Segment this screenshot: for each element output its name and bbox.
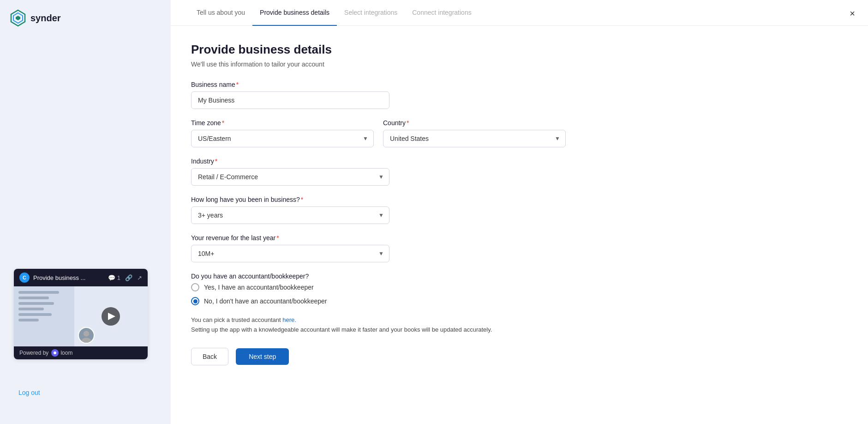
tab-select-integrations: Select integrations	[337, 0, 405, 26]
logo-area: synder	[9, 9, 61, 27]
accountant-question-label: Do you have an accountant/bookkeeper?	[191, 273, 566, 280]
business-duration-select[interactable]: Less than 1 year 1-2 years 2-3 years 3+ …	[191, 206, 389, 224]
close-button[interactable]: ×	[846, 6, 859, 21]
timezone-group: Time zone* US/Eastern US/Pacific US/Cent…	[191, 119, 374, 147]
synder-logo-icon	[9, 9, 27, 27]
business-duration-group: How long have you been in business?* Les…	[191, 196, 566, 224]
loom-text: loom	[60, 350, 72, 356]
comment-icon[interactable]: 💬 1	[108, 274, 120, 281]
helper-text-area: You can pick a trusted accountant here. …	[191, 315, 566, 335]
thumb-line-5	[18, 313, 52, 316]
radio-yes-circle[interactable]	[191, 283, 199, 291]
revenue-group: Your revenue for the last year* Less tha…	[191, 234, 566, 262]
external-link-icon[interactable]: ↗	[137, 274, 142, 281]
svg-marker-2	[16, 16, 20, 20]
video-header-icons: 💬 1 🔗 ↗	[108, 274, 142, 281]
radio-no-label: No, I don't have an accountant/bookkeepe…	[204, 297, 327, 305]
industry-label: Industry*	[191, 157, 566, 165]
main-content: Tell us about you Provide business detai…	[171, 0, 868, 424]
revenue-label: Your revenue for the last year*	[191, 234, 566, 242]
thumb-line-3	[18, 302, 54, 305]
video-avatar: C	[19, 273, 30, 283]
radio-group: Yes, I have an accountant/bookkeeper No,…	[191, 283, 566, 305]
form-area: Provide business details We'll use this …	[171, 26, 586, 384]
back-button[interactable]: Back	[191, 348, 228, 365]
svg-point-4	[81, 338, 91, 344]
radio-no-item[interactable]: No, I don't have an accountant/bookkeepe…	[191, 297, 566, 305]
country-select-wrapper: United States Canada United Kingdom Aust…	[383, 130, 566, 147]
thumb-line-2	[18, 297, 49, 299]
app-name: synder	[30, 13, 61, 24]
svg-point-3	[83, 331, 89, 336]
helper-suffix: Setting up the app with a knowledgeable …	[191, 326, 492, 333]
powered-by-text: Powered by	[19, 350, 48, 356]
thumb-line-1	[18, 291, 59, 294]
video-thumb-left	[14, 286, 74, 346]
required-star-tz: *	[222, 119, 224, 127]
business-name-label: Business name*	[191, 81, 566, 88]
business-duration-label: How long have you been in business?*	[191, 196, 566, 203]
form-footer: Back Next step	[191, 348, 566, 365]
country-select[interactable]: United States Canada United Kingdom Aust…	[383, 130, 566, 147]
trusted-accountant-link[interactable]: here.	[282, 316, 296, 323]
next-step-button[interactable]: Next step	[236, 348, 289, 365]
video-widget: C Provide business ... 💬 1 🔗 ↗	[14, 269, 148, 359]
timezone-select[interactable]: US/Eastern US/Pacific US/Central UTC	[191, 130, 374, 147]
industry-group: Industry* Retail / E-Commerce Technology…	[191, 157, 566, 186]
business-name-group: Business name*	[191, 81, 566, 109]
video-header: C Provide business ... 💬 1 🔗 ↗	[14, 269, 148, 286]
top-nav-wrapper: Tell us about you Provide business detai…	[171, 0, 868, 26]
thumb-line-4	[18, 308, 44, 310]
radio-yes-label: Yes, I have an accountant/bookkeeper	[204, 284, 314, 291]
radio-no-circle[interactable]	[191, 297, 199, 305]
top-nav: Tell us about you Provide business detai…	[171, 0, 868, 26]
accountant-group: Do you have an accountant/bookkeeper? Ye…	[191, 273, 566, 305]
business-name-input[interactable]	[191, 91, 389, 109]
industry-select-wrapper: Retail / E-Commerce Technology Healthcar…	[191, 168, 389, 186]
business-duration-select-wrapper: Less than 1 year 1-2 years 2-3 years 3+ …	[191, 206, 389, 224]
video-title: Provide business ...	[33, 274, 104, 281]
logout-link[interactable]: Log out	[18, 389, 40, 396]
svg-point-5	[54, 351, 56, 354]
link-icon[interactable]: 🔗	[125, 274, 132, 281]
sidebar: synder C Provide business ... 💬 1 🔗 ↗	[0, 0, 171, 424]
avatar-silhouette	[79, 327, 94, 344]
required-star-duration: *	[301, 196, 303, 203]
country-group: Country* United States Canada United Kin…	[383, 119, 566, 147]
tab-tell-us[interactable]: Tell us about you	[189, 0, 252, 26]
industry-select[interactable]: Retail / E-Commerce Technology Healthcar…	[191, 168, 389, 186]
tab-business-details[interactable]: Provide business details	[252, 0, 337, 26]
loom-icon	[51, 349, 59, 357]
required-star-industry: *	[215, 157, 217, 165]
play-button[interactable]	[102, 307, 120, 326]
tab-connect-integrations: Connect integrations	[405, 0, 479, 26]
video-footer: Powered by loom	[14, 346, 148, 359]
video-thumb-right	[74, 286, 148, 346]
loom-logo: loom	[51, 349, 72, 357]
required-star-name: *	[236, 81, 239, 88]
video-thumb-content	[14, 286, 148, 346]
video-person-avatar	[78, 327, 95, 344]
page-title: Provide business details	[191, 42, 566, 57]
helper-prefix: You can pick a trusted accountant	[191, 316, 282, 323]
thumb-line-6	[18, 319, 39, 321]
video-thumbnail	[14, 286, 148, 346]
radio-yes-item[interactable]: Yes, I have an accountant/bookkeeper	[191, 283, 566, 291]
loom-svg	[53, 351, 57, 355]
timezone-country-row: Time zone* US/Eastern US/Pacific US/Cent…	[191, 119, 566, 157]
timezone-select-wrapper: US/Eastern US/Pacific US/Central UTC ▼	[191, 130, 374, 147]
revenue-select-wrapper: Less than $100K $100K - $1M $1M - $10M 1…	[191, 245, 389, 262]
page-subtitle: We'll use this information to tailor you…	[191, 61, 566, 68]
timezone-label: Time zone*	[191, 119, 374, 127]
required-star-revenue: *	[276, 234, 279, 242]
country-label: Country*	[383, 119, 566, 127]
required-star-country: *	[407, 119, 409, 127]
revenue-select[interactable]: Less than $100K $100K - $1M $1M - $10M 1…	[191, 245, 389, 262]
